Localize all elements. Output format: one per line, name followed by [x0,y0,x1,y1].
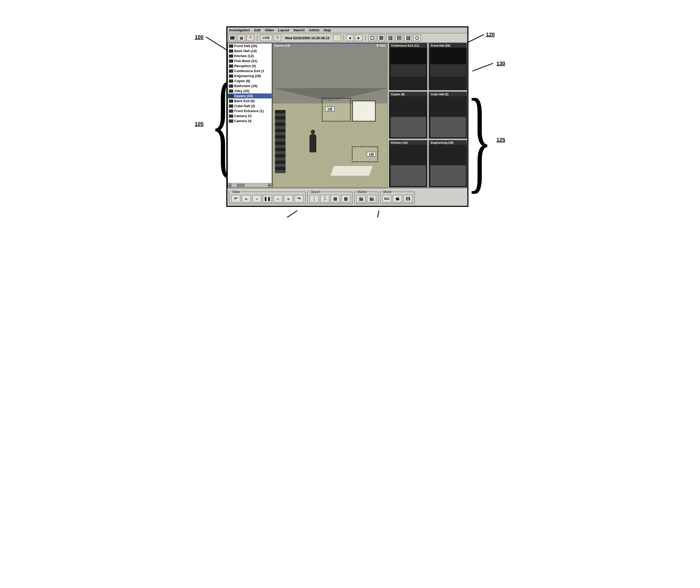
camera-icon[interactable] [228,34,236,41]
main-video-pane[interactable]: Cavern (10)🎙 REC 145 [272,43,388,188]
timestamp: Wed 02/02/2005 16:20:48.12 [282,36,332,40]
thumbnail-title: Engineering (28) [429,141,467,145]
camera-label: Cube Hall (2) [234,104,255,108]
camera-item[interactable]: Alley (32) [228,88,272,93]
step-back-button[interactable]: ‹ [252,195,262,203]
zone-search-a-button[interactable]: ▤ [331,195,340,203]
fastfwd-button[interactable]: » [284,195,293,203]
prev-arrow-icon[interactable]: ◄ [346,34,354,41]
menu-admin[interactable]: Admin [309,28,319,32]
thumbnail-title: Cube Hall (2) [429,92,467,96]
thumbnail-title: Kitchen (12) [389,141,427,145]
thumbnail-scene [430,96,466,138]
svg-line-2 [472,63,493,71]
camera-item[interactable]: Reception (4) [228,63,272,68]
jump-back-button[interactable]: ↶ [231,195,241,203]
thumbnail-grid: Conference Exit (11)Front Hall (20)Copie… [389,43,467,188]
layout-3x3-button[interactable] [386,34,394,41]
main-area: Front Hall (20)Back Hall (14)Kitchen (12… [227,43,467,188]
grid-thumbs-icon[interactable]: ▦ [237,34,245,41]
layout-1x1-button[interactable] [368,34,376,41]
camera-item[interactable]: Copier (8) [228,78,272,83]
camera-item[interactable]: Front Hall (20) [228,43,272,48]
scroll-left-icon[interactable]: ◄ [228,183,232,187]
menu-help[interactable]: Help [323,28,331,32]
camera-item[interactable]: Camera 15 [228,113,272,118]
clapper-button[interactable]: 🎬 [356,195,366,203]
svg-line-4 [374,211,379,217]
menu-edit[interactable]: Edit [254,28,261,32]
thumbnail-pane[interactable]: Copier (8) [389,92,428,139]
layout-4x4-button[interactable] [395,34,403,41]
next-arrow-icon[interactable]: ► [355,34,363,41]
separator [343,35,344,41]
record-button[interactable]: REC [382,195,392,203]
camera-item[interactable]: Front Entrance (1) [228,108,272,113]
camera-icon [229,94,233,98]
thumbnail-title: Conference Exit (11) [389,43,427,48]
camera-item[interactable]: Back Exit (6) [228,98,272,103]
camera-item[interactable]: Engineering (28) [228,73,272,78]
clapper-add-button[interactable]: 🎬 [367,195,376,203]
clock-icon[interactable]: ⏱ [273,34,281,41]
layout-2x2-button[interactable] [377,34,385,41]
leader-115 [374,211,384,217]
rewind-button[interactable]: « [242,195,251,203]
menu-layout[interactable]: Layout [278,28,289,32]
ref-130: 130 [497,61,505,67]
export-button[interactable]: 📽 [393,195,402,203]
menu-search[interactable]: Search [293,28,305,32]
camera-label: Alley (32) [234,89,249,93]
camera-item[interactable]: Bathroom (19) [228,83,272,88]
ref-105: 105 [195,121,203,127]
camera-item[interactable]: Fish Bowl (21) [228,58,272,63]
camera-item[interactable]: Back Hall (14) [228,48,272,53]
thumbnail-pane[interactable]: Front Hall (20) [429,43,467,91]
search-controls: Search 🚶 🏃 ▤ ▥ [307,190,353,204]
layout-3x3b-button[interactable] [404,34,412,41]
camera-item[interactable]: Camera 16 [228,118,272,123]
bottom-panel: Video ↶ « ‹ ❚❚ › » ↷ Search 🚶 🏃 ▤ ▥ [227,188,467,206]
thumbnail-scene [391,48,426,89]
camera-item[interactable]: Kitchen (12) [228,53,272,58]
marker-legend: Marker [356,190,368,194]
thumbnail-pane[interactable]: Kitchen (12) [389,140,428,188]
person-x-button[interactable]: 🏃 [320,195,329,203]
scroll-thumb[interactable] [237,184,245,187]
camera-label: Front Entrance (1) [234,109,264,113]
live-button[interactable]: LIVE [260,34,272,41]
menu-video[interactable]: Video [265,28,274,32]
scroll-right-icon[interactable]: ► [268,183,272,187]
pause-button[interactable]: ❚❚ [263,195,272,203]
camera-item[interactable]: Cavern (10) [228,93,272,98]
ref-145: 145 [325,107,334,111]
film-button[interactable]: 🎞 [403,195,413,203]
motion-region-145[interactable]: 145 [322,98,351,122]
person-figure [309,134,316,152]
thumbnail-scene [430,48,466,89]
camera-label: Front Hall (20) [234,44,257,48]
bolt-icon[interactable]: ⚡ [333,34,341,41]
camera-item[interactable]: Cube Hall (2) [228,103,272,108]
layout-cycle-button[interactable] [413,34,421,41]
camera-label: Fish Bowl (21) [234,59,257,63]
thumbnail-pane[interactable]: Conference Exit (11) [389,43,428,91]
jump-fwd-button[interactable]: ↷ [294,195,304,203]
layout-3x3-icon [388,36,392,40]
thumbnail-pane[interactable]: Cube Hall (2) [429,92,467,139]
pin-icon[interactable]: 📍 [246,34,254,41]
cycle-icon [415,36,419,40]
person-search-button[interactable]: 🚶 [309,195,319,203]
camera-label: Engineering (28) [234,74,261,78]
motion-region-140[interactable]: 140 [352,146,378,162]
camera-list[interactable]: Front Hall (20)Back Hall (14)Kitchen (12… [228,43,272,183]
shelf-prop [275,110,286,173]
zone-search-b-button[interactable]: ▥ [341,195,351,203]
menu-investigation[interactable]: Investigation [229,28,250,32]
thumbnail-title: Front Hall (20) [429,43,467,48]
camera-item[interactable]: Conference Exit (1 [228,68,272,73]
thumbnail-pane[interactable]: Engineering (28) [429,140,467,188]
camera-label: Reception (4) [234,64,256,68]
step-fwd-button[interactable]: › [273,195,283,203]
scrollbar[interactable]: ◄ ► [228,183,272,187]
